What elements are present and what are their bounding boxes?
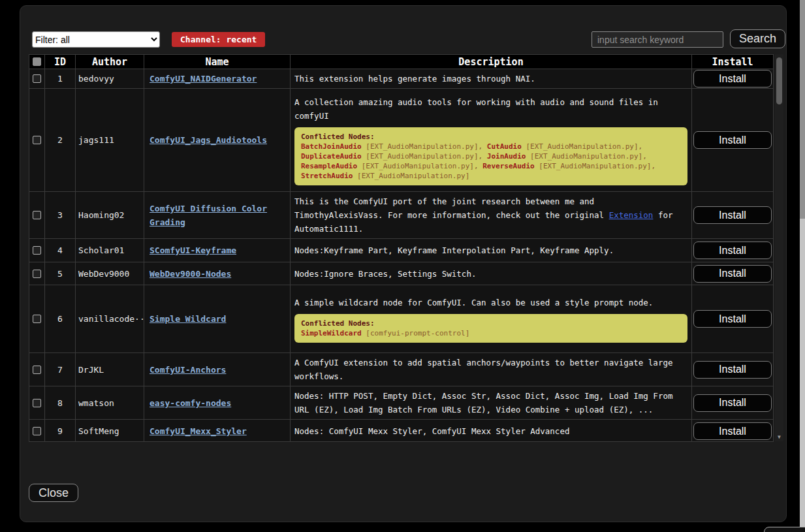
description-text: This is the ComfyUI port of the joint re… [294, 195, 687, 236]
node-name-link[interactable]: Simple Wildcard [150, 312, 226, 326]
conflict-list: SimpleWildcard [comfyui-prompt-control] [301, 328, 681, 338]
row-name-cell: ComfyUI_NAIDGenerator [144, 69, 291, 88]
table-scrollbar[interactable]: ▼ [775, 54, 783, 441]
row-checkbox[interactable] [33, 211, 41, 219]
row-name-cell: easy-comfy-nodes [144, 386, 291, 419]
row-install-cell: Install [692, 192, 773, 238]
table-header: ID Author Name Description Install [29, 55, 773, 69]
search-button[interactable]: Search [730, 29, 785, 48]
header-description: Description [291, 55, 692, 69]
page-scrollbar-thumb[interactable] [800, 0, 805, 219]
row-id: 9 [45, 420, 76, 441]
extension-link[interactable]: Extension [609, 210, 654, 220]
row-author: DrJKL [76, 353, 144, 386]
partial-corner-button[interactable] [764, 527, 805, 532]
install-button[interactable]: Install [693, 310, 772, 328]
description-text: Nodes: ComfyUI Mexx Styler, ComfyUI Mexx… [294, 424, 687, 438]
conflict-node-source: [comfyui-prompt-control] [366, 329, 469, 337]
node-name-link[interactable]: ComfyUI-Anchors [150, 363, 226, 377]
row-checkbox-cell [29, 262, 45, 285]
channel-badge: Channel: recent [172, 32, 265, 47]
row-author: jags111 [76, 89, 144, 191]
node-name-link[interactable]: easy-comfy-nodes [150, 396, 231, 410]
row-id: 5 [45, 262, 76, 285]
conflict-title: Conflicted Nodes: [301, 319, 681, 328]
install-button[interactable]: Install [693, 422, 772, 440]
row-checkbox-cell [29, 285, 45, 352]
node-name-link[interactable]: WebDev9000-Nodes [150, 267, 231, 281]
row-install-cell: Install [692, 386, 773, 419]
row-checkbox[interactable] [33, 315, 41, 323]
node-name-link[interactable]: SComfyUI-Keyframe [150, 243, 236, 257]
row-checkbox[interactable] [33, 136, 41, 144]
nodes-table: ID Author Name Description Install 1bedo… [29, 54, 783, 441]
table-row: 1bedovyyComfyUI_NAIDGeneratorThis extens… [29, 69, 773, 89]
nodes-table-inner: ID Author Name Description Install 1bedo… [29, 54, 774, 442]
table-row: 6vanillacode···Simple WildcardA simple w… [29, 285, 773, 353]
row-checkbox[interactable] [33, 270, 41, 278]
row-checkbox[interactable] [33, 399, 41, 407]
row-name-cell: WebDev9000-Nodes [144, 262, 291, 285]
close-button[interactable]: Close [29, 484, 78, 502]
search-input[interactable] [592, 31, 723, 48]
conflict-node-name: SimpleWildcard [301, 329, 362, 337]
node-name-link[interactable]: ComfyUI_Jags_Audiotools [150, 133, 267, 147]
description-text: A ComfyUI extension to add spatial ancho… [294, 356, 687, 383]
row-author: WebDev9000 [76, 262, 144, 285]
conflict-node-source: [EXT_AudioManipulation.py] [539, 162, 651, 170]
conflict-node-name: DuplicateAudio [301, 152, 362, 161]
install-button[interactable]: Install [693, 70, 772, 87]
table-scrollbar-thumb[interactable] [776, 57, 782, 104]
conflict-node-name: ReverseAudio [482, 162, 534, 170]
conflict-node-source: [EXT_AudioManipulation.py] [366, 152, 478, 161]
description-content: A simple wildcard node for ComfyUI. Can … [294, 296, 687, 343]
conflict-node-source: [EXT_AudioManipulation.py] [366, 142, 478, 151]
header-install: Install [692, 55, 773, 69]
row-name-cell: ComfyUI Diffusion Color Grading [144, 192, 291, 238]
install-button[interactable]: Install [693, 206, 772, 224]
node-name-link[interactable]: ComfyUI_NAIDGenerator [150, 72, 257, 86]
row-description-cell: A collection amazing audio tools for wor… [291, 89, 692, 191]
row-description-cell: Nodes: HTTP POST, Empty Dict, Assoc Str,… [291, 386, 692, 419]
node-name-link[interactable]: ComfyUI Diffusion Color Grading [150, 202, 285, 229]
description-content: This extension helps generate images thr… [294, 72, 687, 86]
row-checkbox[interactable] [33, 246, 41, 255]
install-button[interactable]: Install [693, 361, 772, 379]
node-name-link[interactable]: ComfyUI_Mexx_Styler [150, 424, 247, 438]
row-checkbox[interactable] [33, 74, 41, 83]
install-button[interactable]: Install [693, 394, 772, 412]
row-description-cell: Nodes: ComfyUI Mexx Styler, ComfyUI Mexx… [291, 420, 692, 441]
header-checkbox-cell [29, 55, 45, 69]
row-id: 3 [45, 192, 76, 238]
row-description-cell: A ComfyUI extension to add spatial ancho… [291, 353, 692, 386]
row-author: Haoming02 [76, 192, 144, 238]
install-button[interactable]: Install [693, 242, 772, 259]
conflict-title: Conflicted Nodes: [301, 132, 681, 142]
table-row: 7DrJKLComfyUI-AnchorsA ComfyUI extension… [29, 353, 773, 386]
description-text: Nodes:Ignore Braces, Settings Switch. [294, 267, 687, 281]
description-text: This extension helps generate images thr… [294, 72, 687, 86]
row-description-cell: Nodes:Keyframe Part, Keyframe Interpolat… [291, 239, 692, 262]
row-install-cell: Install [692, 353, 773, 386]
row-checkbox[interactable] [33, 366, 41, 374]
row-checkbox[interactable] [33, 427, 41, 435]
table-row: 2jags111ComfyUI_Jags_AudiotoolsA collect… [29, 89, 773, 192]
description-content: A ComfyUI extension to add spatial ancho… [294, 356, 687, 383]
row-id: 8 [45, 386, 76, 419]
row-checkbox-cell [29, 192, 45, 238]
row-author: vanillacode··· [76, 285, 144, 352]
select-all-checkbox[interactable] [33, 57, 41, 66]
row-name-cell: ComfyUI_Mexx_Styler [144, 420, 291, 441]
scroll-down-arrow-icon[interactable]: ▼ [775, 434, 783, 440]
description-content: Nodes: HTTP POST, Empty Dict, Assoc Str,… [294, 389, 687, 416]
filter-dropdown[interactable]: Filter: all [32, 31, 160, 48]
description-content: This is the ComfyUI port of the joint re… [294, 195, 687, 236]
row-author: wmatson [76, 386, 144, 419]
row-checkbox-cell [29, 69, 45, 88]
row-description-cell: Nodes:Ignore Braces, Settings Switch. [291, 262, 692, 285]
install-button[interactable]: Install [693, 131, 772, 149]
page-scrollbar[interactable] [800, 0, 805, 532]
row-checkbox-cell [29, 239, 45, 262]
row-install-cell: Install [692, 420, 773, 441]
install-button[interactable]: Install [693, 265, 772, 283]
